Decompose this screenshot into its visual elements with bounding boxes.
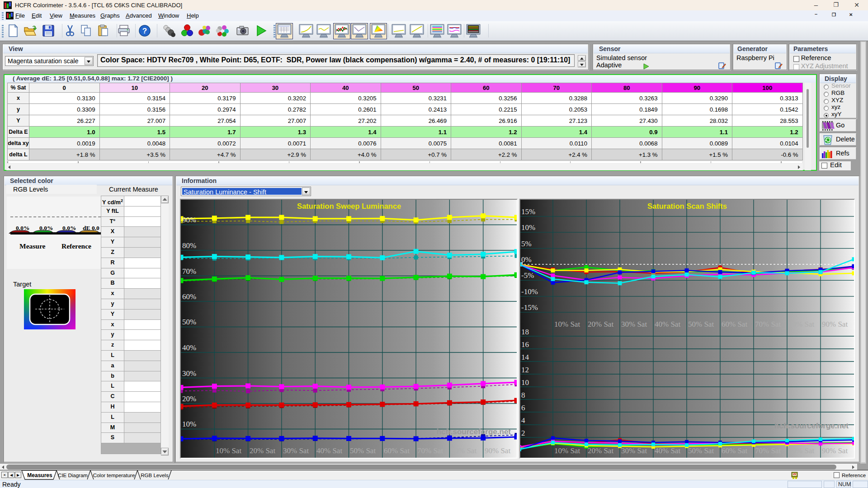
svg-text:Color temperature: Color temperature (93, 473, 135, 478)
svg-text:60%: 60% (182, 292, 196, 301)
svg-text:0%: 0% (521, 255, 532, 264)
svg-text:30%: 30% (182, 369, 196, 378)
svg-text:90% Sat: 90% Sat (822, 446, 848, 455)
svg-text:4: 4 (521, 416, 525, 425)
svg-text:5%: 5% (521, 239, 532, 248)
svg-text:70%: 70% (182, 267, 196, 276)
svg-text:Saturation Scan Shifts: Saturation Scan Shifts (647, 202, 727, 210)
svg-text:10: 10 (521, 378, 529, 387)
svg-text:40% Sat: 40% Sat (316, 446, 342, 455)
svg-text:20% Sat: 20% Sat (588, 320, 613, 328)
svg-text:12: 12 (521, 366, 529, 374)
svg-text:-15%: -15% (521, 303, 538, 312)
svg-text:10% Sat: 10% Sat (554, 446, 580, 455)
svg-text:2: 2 (521, 429, 525, 437)
svg-text:30% Sat: 30% Sat (283, 446, 309, 455)
svg-text:8: 8 (521, 391, 525, 399)
svg-text:50%: 50% (182, 318, 196, 326)
svg-text:40% Sat: 40% Sat (655, 446, 680, 455)
svg-text:10%: 10% (182, 420, 196, 428)
svg-text:90%: 90% (182, 216, 196, 224)
svg-text:80% Sat: 80% Sat (788, 320, 814, 328)
svg-text:?: ? (142, 27, 147, 35)
svg-text:hcfr.sourceforge.net: hcfr.sourceforge.net (774, 422, 849, 430)
svg-text:60% Sat: 60% Sat (722, 446, 747, 455)
svg-text:90% Sat: 90% Sat (822, 320, 848, 328)
svg-text:40% Sat: 40% Sat (655, 320, 680, 328)
svg-text:30% Sat: 30% Sat (621, 320, 647, 328)
svg-text:50% Sat: 50% Sat (688, 446, 714, 455)
svg-text:14: 14 (521, 353, 529, 361)
svg-text:Measures: Measures (27, 472, 52, 479)
svg-text:-5%: -5% (521, 271, 534, 280)
svg-text:-10%: -10% (521, 287, 538, 296)
svg-text:10% Sat: 10% Sat (216, 446, 241, 455)
svg-text:Saturation Sweep Luminance: Saturation Sweep Luminance (297, 202, 401, 210)
svg-text:10%: 10% (521, 223, 535, 232)
svg-text:50% Sat: 50% Sat (688, 320, 714, 328)
svg-text:30% Sat: 30% Sat (621, 446, 647, 455)
svg-text:50% Sat: 50% Sat (350, 446, 376, 455)
svg-text:15%: 15% (521, 207, 535, 216)
svg-text:18: 18 (521, 328, 529, 336)
svg-text:70% Sat: 70% Sat (755, 446, 781, 455)
svg-text:6: 6 (521, 404, 525, 412)
svg-text:60% Sat: 60% Sat (722, 320, 747, 328)
svg-text:70% Sat: 70% Sat (417, 446, 443, 455)
svg-text:60% Sat: 60% Sat (384, 446, 410, 455)
svg-text:80% Sat: 80% Sat (788, 446, 814, 455)
svg-text:10% Sat: 10% Sat (554, 320, 580, 328)
svg-text:90% Sat: 90% Sat (485, 446, 510, 455)
svg-text:20%: 20% (182, 394, 196, 403)
svg-text:16: 16 (521, 340, 529, 349)
svg-text:hcfr.sourceforge.net: hcfr.sourceforge.net (437, 427, 511, 436)
svg-text:80%: 80% (182, 241, 196, 250)
svg-text:80% Sat: 80% Sat (451, 446, 476, 455)
svg-text:CIE Diagram: CIE Diagram (58, 473, 88, 478)
svg-text:20% Sat: 20% Sat (250, 446, 275, 455)
svg-text:40%: 40% (182, 343, 196, 352)
svg-text:RGB Levels: RGB Levels (141, 473, 169, 478)
svg-text:70% Sat: 70% Sat (755, 320, 781, 328)
svg-text:20% Sat: 20% Sat (588, 446, 613, 455)
